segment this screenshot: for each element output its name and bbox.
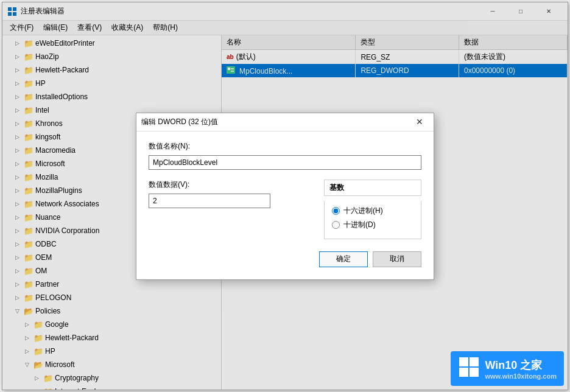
edit-dword-dialog: 编辑 DWORD (32 位)值 ✕ 数值名称(N): 数值数据(V): 基数 [136,113,434,280]
value-input[interactable] [149,194,270,208]
watermark-main: Win10 之家 [485,358,557,373]
dialog-overlay: 编辑 DWORD (32 位)值 ✕ 数值名称(N): 数值数据(V): 基数 [2,2,568,390]
svg-rect-11 [470,368,479,377]
dialog-body: 数值名称(N): 数值数据(V): 基数 十六进制(H) [136,131,434,279]
name-input[interactable] [149,155,421,170]
radio-hex-label: 十六进制(H) [343,206,383,216]
dialog-close-button[interactable]: ✕ [410,113,429,130]
data-label: 数值数据(V): [149,180,312,190]
dialog-title: 编辑 DWORD (32 位)值 [141,117,410,127]
svg-rect-10 [459,368,468,377]
watermark-sub: www.win10xitong.com [485,373,557,380]
svg-rect-9 [470,357,479,366]
cancel-button[interactable]: 取消 [373,251,421,267]
radio-dec-label: 十进制(D) [343,220,376,230]
radio-dec[interactable]: 十进制(D) [332,220,413,230]
dialog-titlebar: 编辑 DWORD (32 位)值 ✕ [136,113,434,131]
radio-hex-input[interactable] [332,207,340,215]
main-window: 注册表编辑器 ─ □ ✕ 文件(F) 编辑(E) 查看(V) 收藏夹(A) 帮助… [2,2,568,390]
svg-rect-8 [459,357,468,366]
base-section: 基数 十六进制(H) 十进制(D) [324,180,421,239]
name-label: 数值名称(N): [149,141,421,152]
watermark-logo [458,356,480,381]
value-section: 数值数据(V): [149,180,312,208]
radio-hex[interactable]: 十六进制(H) [332,206,413,216]
radio-group: 十六进制(H) 十进制(D) [324,201,421,239]
ok-button[interactable]: 确定 [319,251,368,267]
dialog-row: 数值数据(V): 基数 十六进制(H) 十进制(D) [149,180,421,239]
radio-dec-input[interactable] [332,221,340,229]
base-title: 基数 [324,180,421,196]
watermark: Win10 之家 www.win10xitong.com [451,351,564,386]
watermark-text-group: Win10 之家 www.win10xitong.com [485,358,557,380]
dialog-buttons: 确定 取消 [149,251,421,267]
